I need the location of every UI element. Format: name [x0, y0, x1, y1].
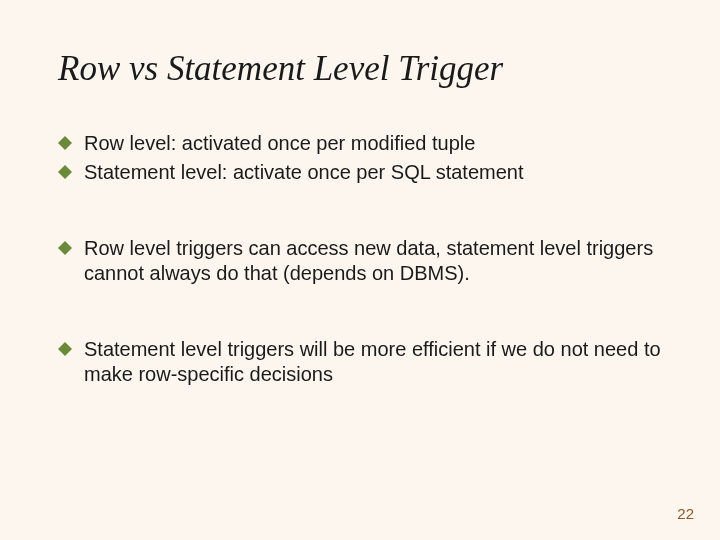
bullet-item: Statement level: activate once per SQL s… [58, 160, 662, 186]
bullet-text: Statement level: activate once per SQL s… [84, 160, 662, 186]
slide-title: Row vs Statement Level Trigger [58, 50, 662, 89]
diamond-bullet-icon [58, 241, 72, 255]
bullet-item: Row level: activated once per modified t… [58, 131, 662, 157]
bullet-item: Statement level triggers will be more ef… [58, 337, 662, 388]
bullet-text: Row level triggers can access new data, … [84, 236, 662, 287]
svg-marker-1 [58, 165, 72, 179]
slide-content: Row vs Statement Level Trigger Row level… [0, 0, 720, 388]
bullet-item: Row level triggers can access new data, … [58, 236, 662, 287]
page-number: 22 [677, 505, 694, 522]
diamond-bullet-icon [58, 165, 72, 179]
svg-marker-3 [58, 342, 72, 356]
diamond-bullet-icon [58, 342, 72, 356]
bullet-list: Row level: activated once per modified t… [58, 131, 662, 389]
bullet-text: Statement level triggers will be more ef… [84, 337, 662, 388]
svg-marker-2 [58, 241, 72, 255]
diamond-bullet-icon [58, 136, 72, 150]
bullet-text: Row level: activated once per modified t… [84, 131, 662, 157]
svg-marker-0 [58, 136, 72, 150]
